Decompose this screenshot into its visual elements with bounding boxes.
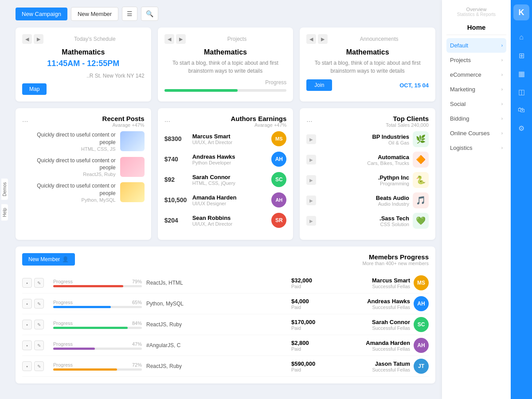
avatar-2: AH — [271, 152, 286, 167]
client-sub-3: Programming — [320, 181, 409, 186]
new-campaign-button[interactable]: New Campaign — [16, 8, 67, 20]
list-item: $92 Sarah Connor HTML, CSS, jQuery SC — [164, 172, 287, 187]
list-item: Quickly direct to useful content or peop… — [22, 131, 145, 152]
sidebar-item-logistics[interactable]: Logistics› — [446, 141, 506, 155]
checkbox-btn-1[interactable]: ▪ — [22, 299, 32, 309]
sidebar-chevron-icon: › — [501, 43, 503, 48]
top-clients-menu[interactable]: ··· — [306, 117, 312, 125]
earning-name-2: Andreas Hawks — [192, 153, 268, 160]
sidebar-item-default[interactable]: Default› — [446, 38, 506, 53]
authors-earnings-menu[interactable]: ··· — [164, 117, 170, 125]
sidebar-item-label: Bidding — [450, 115, 469, 122]
announcements-prev-arrow[interactable]: ◀ — [306, 34, 316, 44]
member-name-4: Jason Tatum — [372, 360, 410, 367]
client-sub-5: CSS Solution — [320, 222, 409, 227]
tech-tags-3: #AngularJS, C — [146, 342, 287, 348]
new-member-button[interactable]: New Member 👤 — [22, 253, 75, 266]
icon-bar: K ⌂ ⊞ ▦ ◫ 🛍 ⚙ — [511, 0, 532, 399]
member-name-block-2: Sarah Connor Successful Fellas — [372, 319, 410, 331]
client-arrow-1[interactable]: ▶ — [306, 134, 316, 144]
client-arrow-4[interactable]: ▶ — [306, 196, 316, 205]
earning-name-5: Sean Robbins — [192, 215, 268, 221]
new-member-top-button[interactable]: New Member — [71, 7, 118, 21]
edit-btn-0[interactable]: ✎ — [34, 278, 44, 288]
filter-button[interactable]: ☰ — [122, 7, 137, 21]
avatar-4: AH — [271, 192, 286, 207]
sidebar-item-label: Default — [450, 42, 468, 49]
member-name-2: Sarah Connor — [372, 319, 410, 325]
progress-fill-2 — [53, 327, 128, 329]
checkbox-btn-0[interactable]: ▪ — [22, 278, 32, 288]
list-item: Quickly direct to useful content or peop… — [22, 157, 145, 177]
client-arrow-5[interactable]: ▶ — [306, 216, 316, 226]
tech-tags-2: ReactJS, Ruby — [146, 321, 287, 328]
layers-icon-btn[interactable]: ◫ — [513, 84, 529, 100]
progress-col-1: Progress 65% — [53, 300, 142, 308]
sidebar-item-social[interactable]: Social› — [446, 97, 506, 111]
overview-sub: Statistics & Reports — [446, 12, 506, 17]
edit-btn-4[interactable]: ✎ — [34, 361, 44, 371]
table-row: ▪ ✎ Progress 65% Python, MySQL $4,000 Pa… — [22, 293, 429, 314]
demos-tab[interactable]: Demos — [1, 179, 8, 200]
member-identity-3: Amanda Harden Successful Fellas AH — [340, 338, 429, 353]
sidebar-item-ecommerce[interactable]: eCommerce› — [446, 67, 506, 82]
progress-pct-3: 47% — [132, 341, 142, 347]
member-actions-2: ▪ ✎ — [22, 320, 49, 329]
sidebar-chevron-icon: › — [501, 116, 503, 121]
sidebar-item-label: Logistics — [450, 145, 473, 151]
announcements-nav: ◀ ▶ Announcements — [306, 34, 429, 44]
checkbox-btn-2[interactable]: ▪ — [22, 320, 32, 329]
avatar-5: SR — [271, 213, 286, 228]
projects-next-arrow[interactable]: ▶ — [176, 34, 186, 44]
schedule-title: Today's Schedule — [74, 36, 116, 42]
sidebar-item-label: eCommerce — [450, 71, 481, 78]
sidebar-chevron-icon: › — [501, 72, 503, 77]
projects-card: ◀ ▶ Projects Mathematics To start a blog… — [158, 27, 293, 102]
home-icon-btn[interactable]: ⌂ — [513, 29, 529, 45]
grid-icon-btn[interactable]: ⊞ — [513, 47, 529, 63]
member-status-4: Successful Fellas — [372, 367, 410, 372]
amount-col-2: $170,000 Paid — [291, 319, 336, 331]
amount-3: $2,800 — [291, 340, 336, 346]
progress-col-4: Progress 72% — [53, 362, 142, 371]
schedule-next-arrow[interactable]: ▶ — [34, 34, 43, 44]
member-identity-0: Marcus Smart Successful Fellas MS — [340, 275, 429, 290]
member-name-block-0: Marcus Smart Successful Fellas — [372, 277, 410, 289]
list-item: ▶ .Pythpn Inc Programming 🐍 — [306, 172, 429, 188]
search-button[interactable]: 🔍 — [141, 7, 158, 21]
earning-role-2: Python Developer — [192, 160, 268, 165]
checkbox-btn-3[interactable]: ▪ — [22, 340, 32, 350]
schedule-nav: ◀ ▶ Today's Schedule — [22, 34, 145, 44]
sidebar-item-online-courses[interactable]: Online Courses› — [446, 126, 506, 141]
recent-posts-menu[interactable]: ··· — [22, 117, 28, 125]
edit-btn-3[interactable]: ✎ — [34, 340, 44, 350]
sidebar-item-marketing[interactable]: Marketing› — [446, 82, 506, 97]
table-row: ▪ ✎ Progress 72% ReactJS, Ruby $590,000 … — [22, 356, 429, 377]
help-tab[interactable]: Help — [1, 204, 8, 221]
checkbox-btn-4[interactable]: ▪ — [22, 361, 32, 371]
sidebar-nav: Default›Projects›eCommerce›Marketing›Soc… — [446, 38, 506, 155]
amount-4: $590,000 — [291, 360, 336, 367]
recent-posts-header: ··· Recent Posts Avarage +47% — [22, 115, 145, 128]
join-button[interactable]: Join — [306, 79, 332, 91]
bag-icon-btn[interactable]: 🛍 — [513, 102, 529, 118]
new-member-label: New Member — [28, 256, 60, 262]
client-arrow-3[interactable]: ▶ — [306, 175, 316, 185]
edit-btn-1[interactable]: ✎ — [34, 299, 44, 309]
settings-icon-btn[interactable]: ⚙ — [513, 120, 529, 136]
avatar-1: MS — [271, 131, 286, 146]
client-arrow-2[interactable]: ▶ — [306, 155, 316, 164]
top-bar: New Campaign New Member ☰ 🔍 — [16, 7, 435, 21]
app-logo[interactable]: K — [513, 4, 529, 20]
sidebar-item-projects[interactable]: Projects› — [446, 53, 506, 67]
list-item: ▶ Beats Audio Audio Industry 🎵 — [306, 192, 429, 208]
chart-icon-btn[interactable]: ▦ — [513, 66, 529, 82]
map-button[interactable]: Map — [22, 83, 47, 95]
announcements-next-arrow[interactable]: ▶ — [318, 34, 328, 44]
schedule-prev-arrow[interactable]: ◀ — [22, 34, 32, 44]
post-image-1 — [120, 131, 145, 151]
sidebar-item-bidding[interactable]: Bidding› — [446, 111, 506, 126]
sidebar-item-label: Social — [450, 101, 466, 107]
projects-prev-arrow[interactable]: ◀ — [164, 34, 174, 44]
edit-btn-2[interactable]: ✎ — [34, 320, 44, 329]
